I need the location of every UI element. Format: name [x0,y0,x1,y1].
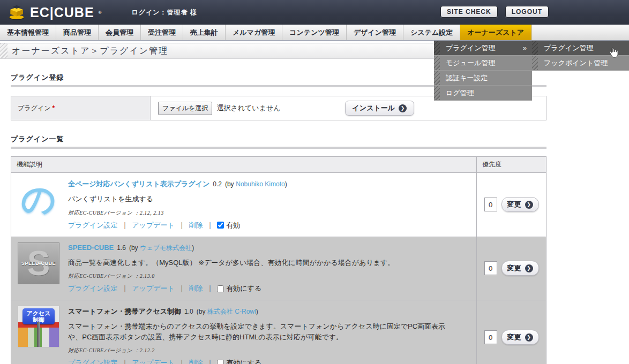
menu-item-auth-key-settings[interactable]: 認証キー設定 [434,71,532,86]
plugin-table-header: 機能説明 優先度 [11,157,546,173]
plugin-update-link[interactable]: アップデート [132,358,175,364]
plugin-row-access-control: アクセス 制御 スマートフォン・携帯アクセス制御1.0(by 株式会社 C-Ro… [11,300,546,364]
tab-products[interactable]: 商品管理 [56,25,99,40]
priority-input[interactable] [484,330,497,344]
file-status-text: 選択されていません [216,103,280,113]
menu-item-log-management[interactable]: ログ管理 [434,86,532,101]
enable-checkbox[interactable] [217,222,224,229]
file-select-button[interactable]: ファイルを選択 [158,102,212,115]
plugin-description: スマートフォン・携帯端末からのアクセスの挙動を設定できます。スマートフォンからア… [68,321,454,342]
plugin-delete-link[interactable]: 削除 [189,358,203,364]
plugin-name: スマートフォン・携帯アクセス制御 [68,307,181,315]
submenu-arrow-icon: » [523,41,527,56]
tab-sales[interactable]: 売上集計 [183,25,226,40]
main-nav: 基本情報管理 商品管理 会員管理 受注管理 売上集計 メルマガ管理 コンテンツ管… [0,25,629,41]
plugin-compat-version: 対応EC-CUBEバージョン ：2.12.2 [68,347,470,354]
registered-mark: ® [99,10,102,15]
arrow-right-icon: ❯ [399,104,407,112]
enable-checkbox[interactable] [217,360,224,364]
plugin-delete-link[interactable]: 削除 [189,221,203,230]
change-priority-button[interactable]: 変更❯ [501,197,539,212]
change-priority-button[interactable]: 変更❯ [501,330,539,345]
speed-cube-icon: S SPEED-CUBE [18,242,59,284]
tab-basic-info[interactable]: 基本情報管理 [0,25,56,40]
plugin-update-link[interactable]: アップデート [132,221,175,230]
site-check-button[interactable]: SITE CHECK [440,6,498,18]
change-priority-button[interactable]: 変更❯ [501,261,539,276]
plugin-list-heading: プラグイン一覧 [11,134,546,149]
plugin-table: 機能説明 優先度 の 全ページ対応パンくずリスト表示プラグイン0.2(by No… [11,156,546,364]
plugin-settings-link[interactable]: プラグイン設定 [68,221,118,230]
breadcrumb: オーナーズストア＞プラグイン管理 [12,46,168,57]
owners-store-dropdown-menu: プラグイン管理 » モジュール管理 認証キー設定 ログ管理 [434,41,532,101]
cube-logo-icon [8,4,26,20]
plugin-description: 商品一覧を高速化します。（MySQL版） ※データが多い場合、有効化に時間がかか… [68,257,454,268]
plugin-delete-link[interactable]: 削除 [189,284,203,293]
required-mark: * [52,104,55,112]
column-header-priority: 優先度 [476,157,546,172]
tab-owners-store[interactable]: オーナーズストア [460,25,531,40]
tab-orders[interactable]: 受注管理 [141,25,183,40]
plugin-management-submenu: プラグイン管理 フックポイント管理 [532,41,629,71]
enable-checkbox-label[interactable]: 有効にする [217,358,261,364]
login-status-label: ログイン：管理者 様 [131,8,197,17]
tab-contents[interactable]: コンテンツ管理 [282,25,347,40]
plugin-version: 1.6 [117,244,126,252]
column-header-description: 機能説明 [11,157,476,172]
menu-item-module-management[interactable]: モジュール管理 [434,56,532,71]
plugin-version: 1.0 [184,308,193,315]
priority-input[interactable] [484,198,497,211]
menu-item-plugin-management[interactable]: プラグイン管理 » [434,41,532,56]
enable-checkbox-label[interactable]: 有効にする [217,284,261,293]
arrow-right-icon: ❯ [525,201,533,209]
logout-button[interactable]: LOGOUT [505,6,549,18]
no-hiragana-icon: の [18,178,59,220]
hatch-decoration [0,43,8,58]
top-header: EC|CUBE® ログイン：管理者 様 SITE CHECK LOGOUT [0,0,629,25]
plugin-row-speed-cube: S SPEED-CUBE SPEED-CUBE1.6(by ウェブモ株式会社) … [11,237,546,301]
tab-mailmag[interactable]: メルマガ管理 [226,25,282,40]
plugin-name-link[interactable]: SPEED-CUBE [68,244,114,252]
plugin-compat-version: 対応EC-CUBEバージョン ：2.13.0 [68,272,470,280]
plugin-settings-link[interactable]: プラグイン設定 [68,358,118,364]
tab-design[interactable]: デザイン管理 [347,25,403,40]
plugin-update-link[interactable]: アップデート [132,284,175,293]
access-control-icon: アクセス 制御 [18,306,59,347]
submenu-item-plugin-management[interactable]: プラグイン管理 [532,41,629,56]
plugin-compat-version: 対応EC-CUBEバージョン ：2.12, 2.13 [68,209,470,217]
enable-checkbox-label[interactable]: 有効 [217,221,240,230]
plugin-author-link[interactable]: Nobuhiko Kimoto [236,180,284,188]
plugin-name-link[interactable]: 全ページ対応パンくずリスト表示プラグイン [68,180,209,188]
tab-members[interactable]: 会員管理 [99,25,141,40]
plugin-settings-link[interactable]: プラグイン設定 [68,284,118,293]
tab-system[interactable]: システム設定 [403,25,460,40]
priority-input[interactable] [484,261,497,275]
plugin-version: 0.2 [213,180,222,188]
ec-cube-logo: EC|CUBE® [8,4,101,20]
arrow-right-icon: ❯ [525,333,533,342]
plugin-description: パンくずリストを生成する [68,194,454,204]
plugin-row-breadcrumb-plugin: の 全ページ対応パンくずリスト表示プラグイン0.2(by Nobuhiko Ki… [11,173,546,237]
logo-text: EC|CUBE [30,5,94,20]
enable-checkbox[interactable] [217,285,224,292]
plugin-author-link[interactable]: ウェブモ株式会社 [140,244,192,252]
install-button[interactable]: インストール ❯ [345,101,415,116]
mouse-cursor-icon [608,46,619,59]
arrow-right-icon: ❯ [525,264,533,272]
plugin-author-link[interactable]: 株式会社 C-Rowl [207,308,256,315]
plugin-field-label: プラグイン* [11,96,151,120]
